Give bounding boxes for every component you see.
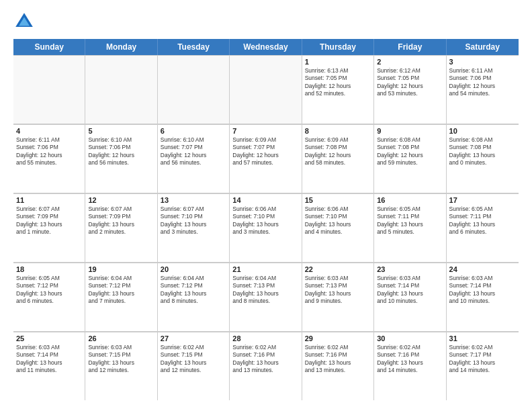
- day-number: 25: [16, 334, 82, 342]
- day-cell-5: 5Sunrise: 6:10 AM Sunset: 7:06 PM Daylig…: [85, 124, 157, 193]
- day-number: 15: [305, 196, 371, 204]
- week-row-2: 11Sunrise: 6:07 AM Sunset: 7:09 PM Dayli…: [13, 193, 519, 263]
- day-number: 28: [232, 334, 298, 342]
- day-number: 4: [16, 127, 82, 135]
- day-number: 31: [449, 334, 516, 342]
- day-cell-12: 12Sunrise: 6:07 AM Sunset: 7:09 PM Dayli…: [85, 193, 157, 262]
- day-number: 6: [161, 127, 226, 135]
- cell-content: Sunrise: 6:06 AM Sunset: 7:10 PM Dayligh…: [232, 205, 298, 236]
- day-number: 26: [88, 334, 154, 342]
- day-cell-8: 8Sunrise: 6:09 AM Sunset: 7:08 PM Daylig…: [302, 124, 374, 193]
- day-number: 22: [305, 265, 371, 273]
- day-number: 29: [305, 334, 371, 342]
- day-cell-6: 6Sunrise: 6:10 AM Sunset: 7:07 PM Daylig…: [158, 124, 230, 193]
- day-number: 8: [305, 127, 371, 135]
- cell-content: Sunrise: 6:02 AM Sunset: 7:16 PM Dayligh…: [305, 344, 371, 375]
- day-number: 23: [377, 265, 443, 273]
- day-number: 3: [449, 58, 516, 66]
- day-number: 27: [161, 334, 226, 342]
- cell-content: Sunrise: 6:05 AM Sunset: 7:11 PM Dayligh…: [377, 205, 443, 236]
- day-cell-13: 13Sunrise: 6:07 AM Sunset: 7:10 PM Dayli…: [158, 193, 230, 262]
- day-cell-25: 25Sunrise: 6:03 AM Sunset: 7:14 PM Dayli…: [13, 332, 85, 400]
- cell-content: Sunrise: 6:09 AM Sunset: 7:07 PM Dayligh…: [232, 136, 298, 167]
- empty-cell: [85, 55, 157, 124]
- cell-content: Sunrise: 6:11 AM Sunset: 7:06 PM Dayligh…: [449, 67, 516, 98]
- cell-content: Sunrise: 6:02 AM Sunset: 7:16 PM Dayligh…: [377, 344, 443, 375]
- day-cell-31: 31Sunrise: 6:02 AM Sunset: 7:17 PM Dayli…: [447, 332, 519, 400]
- cell-content: Sunrise: 6:02 AM Sunset: 7:16 PM Dayligh…: [232, 344, 298, 375]
- cell-content: Sunrise: 6:03 AM Sunset: 7:14 PM Dayligh…: [377, 275, 443, 306]
- empty-cell: [158, 55, 230, 124]
- cell-content: Sunrise: 6:08 AM Sunset: 7:08 PM Dayligh…: [377, 136, 443, 167]
- header-thursday: Thursday: [302, 39, 374, 55]
- day-cell-20: 20Sunrise: 6:04 AM Sunset: 7:12 PM Dayli…: [158, 263, 230, 331]
- calendar: SundayMondayTuesdayWednesdayThursdayFrid…: [13, 39, 519, 400]
- header-saturday: Saturday: [447, 39, 519, 55]
- cell-content: Sunrise: 6:04 AM Sunset: 7:13 PM Dayligh…: [232, 275, 298, 306]
- day-cell-27: 27Sunrise: 6:02 AM Sunset: 7:15 PM Dayli…: [158, 332, 230, 400]
- day-cell-16: 16Sunrise: 6:05 AM Sunset: 7:11 PM Dayli…: [374, 193, 446, 262]
- cell-content: Sunrise: 6:08 AM Sunset: 7:08 PM Dayligh…: [449, 136, 516, 167]
- day-number: 21: [232, 265, 298, 273]
- day-number: 10: [449, 127, 516, 135]
- empty-cell: [13, 55, 85, 124]
- page: SundayMondayTuesdayWednesdayThursdayFrid…: [0, 0, 532, 411]
- day-cell-29: 29Sunrise: 6:02 AM Sunset: 7:16 PM Dayli…: [302, 332, 374, 400]
- day-cell-18: 18Sunrise: 6:05 AM Sunset: 7:12 PM Dayli…: [13, 263, 85, 331]
- day-cell-15: 15Sunrise: 6:06 AM Sunset: 7:10 PM Dayli…: [302, 193, 374, 262]
- cell-content: Sunrise: 6:09 AM Sunset: 7:08 PM Dayligh…: [305, 136, 371, 167]
- cell-content: Sunrise: 6:06 AM Sunset: 7:10 PM Dayligh…: [305, 205, 371, 236]
- cell-content: Sunrise: 6:12 AM Sunset: 7:05 PM Dayligh…: [377, 67, 443, 98]
- day-cell-1: 1Sunrise: 6:13 AM Sunset: 7:05 PM Daylig…: [302, 55, 374, 124]
- day-number: 11: [16, 196, 82, 204]
- header-friday: Friday: [374, 39, 446, 55]
- cell-content: Sunrise: 6:13 AM Sunset: 7:05 PM Dayligh…: [305, 67, 371, 98]
- day-cell-28: 28Sunrise: 6:02 AM Sunset: 7:16 PM Dayli…: [230, 332, 302, 400]
- cell-content: Sunrise: 6:05 AM Sunset: 7:11 PM Dayligh…: [449, 205, 516, 236]
- cell-content: Sunrise: 6:11 AM Sunset: 7:06 PM Dayligh…: [16, 136, 82, 167]
- day-cell-17: 17Sunrise: 6:05 AM Sunset: 7:11 PM Dayli…: [447, 193, 519, 262]
- cell-content: Sunrise: 6:07 AM Sunset: 7:10 PM Dayligh…: [161, 205, 226, 236]
- cell-content: Sunrise: 6:07 AM Sunset: 7:09 PM Dayligh…: [16, 205, 82, 236]
- cell-content: Sunrise: 6:02 AM Sunset: 7:15 PM Dayligh…: [161, 344, 226, 375]
- cell-content: Sunrise: 6:04 AM Sunset: 7:12 PM Dayligh…: [88, 275, 154, 306]
- day-number: 2: [377, 58, 443, 66]
- week-row-1: 4Sunrise: 6:11 AM Sunset: 7:06 PM Daylig…: [13, 124, 519, 193]
- day-number: 14: [232, 196, 298, 204]
- cell-content: Sunrise: 6:04 AM Sunset: 7:12 PM Dayligh…: [161, 275, 226, 306]
- calendar-header: SundayMondayTuesdayWednesdayThursdayFrid…: [13, 39, 519, 55]
- day-number: 19: [88, 265, 154, 273]
- cell-content: Sunrise: 6:05 AM Sunset: 7:12 PM Dayligh…: [16, 275, 82, 306]
- day-number: 5: [88, 127, 154, 135]
- day-cell-24: 24Sunrise: 6:03 AM Sunset: 7:14 PM Dayli…: [447, 263, 519, 331]
- week-row-4: 25Sunrise: 6:03 AM Sunset: 7:14 PM Dayli…: [13, 332, 519, 400]
- calendar-body: 1Sunrise: 6:13 AM Sunset: 7:05 PM Daylig…: [13, 55, 519, 400]
- day-cell-11: 11Sunrise: 6:07 AM Sunset: 7:09 PM Dayli…: [13, 193, 85, 262]
- day-number: 7: [232, 127, 298, 135]
- day-number: 17: [449, 196, 516, 204]
- cell-content: Sunrise: 6:10 AM Sunset: 7:07 PM Dayligh…: [161, 136, 226, 167]
- day-cell-26: 26Sunrise: 6:03 AM Sunset: 7:15 PM Dayli…: [85, 332, 157, 400]
- day-number: 18: [16, 265, 82, 273]
- empty-cell: [230, 55, 302, 124]
- week-row-0: 1Sunrise: 6:13 AM Sunset: 7:05 PM Daylig…: [13, 55, 519, 124]
- cell-content: Sunrise: 6:03 AM Sunset: 7:14 PM Dayligh…: [16, 344, 82, 375]
- logo: [13, 11, 38, 32]
- day-cell-9: 9Sunrise: 6:08 AM Sunset: 7:08 PM Daylig…: [374, 124, 446, 193]
- day-cell-30: 30Sunrise: 6:02 AM Sunset: 7:16 PM Dayli…: [374, 332, 446, 400]
- header-sunday: Sunday: [13, 39, 85, 55]
- cell-content: Sunrise: 6:03 AM Sunset: 7:13 PM Dayligh…: [305, 275, 371, 306]
- cell-content: Sunrise: 6:10 AM Sunset: 7:06 PM Dayligh…: [88, 136, 154, 167]
- cell-content: Sunrise: 6:03 AM Sunset: 7:15 PM Dayligh…: [88, 344, 154, 375]
- header-tuesday: Tuesday: [158, 39, 230, 55]
- day-cell-10: 10Sunrise: 6:08 AM Sunset: 7:08 PM Dayli…: [447, 124, 519, 193]
- day-cell-7: 7Sunrise: 6:09 AM Sunset: 7:07 PM Daylig…: [230, 124, 302, 193]
- day-number: 24: [449, 265, 516, 273]
- day-number: 13: [161, 196, 226, 204]
- cell-content: Sunrise: 6:02 AM Sunset: 7:17 PM Dayligh…: [449, 344, 516, 375]
- day-number: 30: [377, 334, 443, 342]
- week-row-3: 18Sunrise: 6:05 AM Sunset: 7:12 PM Dayli…: [13, 263, 519, 332]
- day-cell-4: 4Sunrise: 6:11 AM Sunset: 7:06 PM Daylig…: [13, 124, 85, 193]
- cell-content: Sunrise: 6:07 AM Sunset: 7:09 PM Dayligh…: [88, 205, 154, 236]
- day-number: 9: [377, 127, 443, 135]
